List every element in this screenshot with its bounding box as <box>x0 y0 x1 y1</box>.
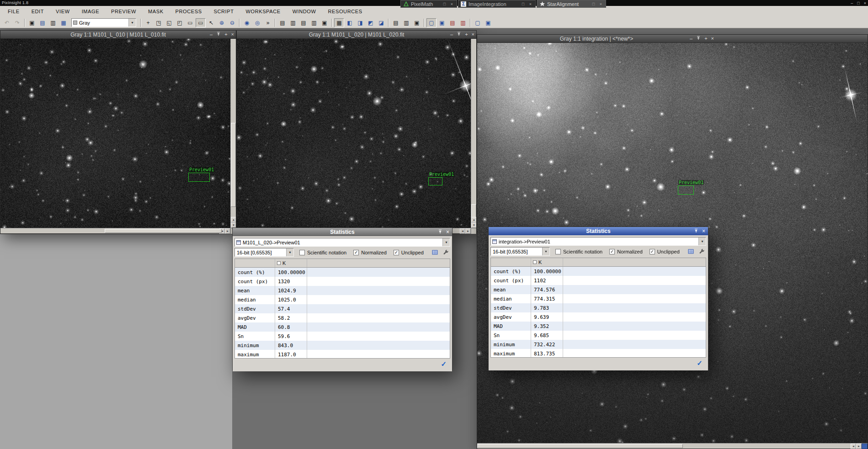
iconize-icon[interactable]: – <box>210 31 213 38</box>
toolbar-move-icon[interactable]: + <box>143 18 153 27</box>
apply-check-icon[interactable]: ✓ <box>441 360 447 368</box>
preview-rectangle[interactable]: Preview01 <box>678 185 694 195</box>
horizontal-scroll-thumb[interactable] <box>105 229 222 233</box>
menu-item[interactable]: SCRIPT <box>208 6 240 17</box>
iconize-icon[interactable]: – <box>450 31 453 38</box>
close-icon[interactable]: × <box>472 31 474 38</box>
menu-item[interactable]: IMAGE <box>76 6 105 17</box>
toolbar-split-right-icon[interactable]: ◨ <box>355 18 365 27</box>
preview-box[interactable] <box>428 177 442 185</box>
toolbar-save-icon[interactable]: ▥ <box>288 18 298 27</box>
menu-item[interactable]: PREVIEW <box>105 6 142 17</box>
table-options-icon[interactable] <box>430 248 439 257</box>
image-window-titlebar[interactable]: Gray 1:1 M101_L_020 | M101 L_020.fit – +… <box>237 31 476 39</box>
toolbar-redo-icon[interactable]: ↷ <box>12 18 22 27</box>
zoom-window-icon[interactable]: + <box>704 35 707 42</box>
close-icon[interactable]: × <box>702 228 705 234</box>
toolbar-readout-icon[interactable]: ▤ <box>447 18 458 27</box>
checkbox-icon[interactable] <box>650 249 655 254</box>
toolbar-split-top-icon[interactable]: ◩ <box>366 18 376 27</box>
view-selector[interactable]: integration->Preview01 ▼ <box>490 237 706 246</box>
checkbox-icon[interactable] <box>394 250 399 255</box>
zoom-window-icon[interactable]: + <box>465 31 468 38</box>
toolbar-undo-icon[interactable]: ↶ <box>2 18 12 27</box>
toolbar-expand-icon[interactable]: ◱ <box>164 18 174 27</box>
horizontal-scrollbar[interactable]: ◄ ► <box>0 228 236 233</box>
horizontal-scrollbar[interactable]: ◄ ► <box>477 443 868 449</box>
vertical-scrollbar[interactable]: ▲ ▼ <box>471 39 476 228</box>
menu-item[interactable]: WINDOW <box>287 6 322 17</box>
toolbar-new-preview-icon[interactable]: ▭ <box>185 18 195 27</box>
toolbar-split-bottom-icon[interactable]: ◪ <box>376 18 386 27</box>
shade-icon[interactable] <box>696 35 701 42</box>
image-view[interactable]: ▲ ▼ Preview01 <box>0 39 236 228</box>
option-checkbox[interactable]: Unclipped <box>394 250 424 255</box>
toolbar-copy-icon[interactable]: ▥ <box>309 18 319 27</box>
dropdown-arrow-icon[interactable]: ▼ <box>128 19 136 26</box>
close-icon[interactable]: × <box>598 2 603 6</box>
toolbar-more-icon[interactable]: » <box>263 18 273 27</box>
close-icon[interactable]: × <box>231 31 234 38</box>
horizontal-scroll-track[interactable] <box>0 228 219 233</box>
menu-item[interactable]: PROCESS <box>170 6 208 17</box>
image-canvas[interactable] <box>0 39 230 228</box>
toolbar-new-window-icon[interactable]: ▣ <box>27 18 37 27</box>
image-window-titlebar[interactable]: Gray 1:1 M101_L_010 | M101 L_010.fit – +… <box>0 31 236 39</box>
checkbox-icon[interactable] <box>353 250 359 255</box>
option-checkbox[interactable]: Normalized <box>609 249 643 254</box>
toolbar-tile-icon[interactable]: ▦ <box>59 18 69 27</box>
table-options-icon[interactable] <box>686 248 695 256</box>
app-close-button[interactable]: × <box>864 1 866 5</box>
preferences-wrench-icon[interactable] <box>441 248 450 257</box>
restore-icon[interactable]: □ <box>442 2 447 6</box>
menu-item[interactable]: EDIT <box>26 6 50 17</box>
toolbar-cascade-icon[interactable]: ▥ <box>48 18 58 27</box>
pin-icon[interactable] <box>438 229 442 235</box>
toolbar-pointer-icon[interactable]: ↖ <box>206 18 216 27</box>
toolbar-mask-icon[interactable]: ▣ <box>412 18 422 27</box>
restore-icon[interactable]: □ <box>591 2 596 6</box>
toolbar-workspace-monitor-icon[interactable]: ▢ <box>473 18 483 27</box>
vertical-scroll-thumb[interactable] <box>471 204 476 218</box>
toolbar-zoom-actual-icon[interactable]: ◎ <box>252 18 262 27</box>
dropdown-arrow-icon[interactable]: ▼ <box>286 248 293 256</box>
toolbar-workspace-monitor2-icon[interactable]: ▣ <box>483 18 493 27</box>
menu-item[interactable]: VIEW <box>50 6 76 17</box>
scroll-left-icon[interactable]: ◄ <box>851 444 856 449</box>
vertical-scrollbar[interactable]: ▲ ▼ <box>230 39 236 228</box>
toolbar-duplicate-window-icon[interactable]: ▤ <box>37 18 48 27</box>
column-checkbox-icon[interactable] <box>533 260 537 264</box>
preview-rectangle[interactable]: Preview01 <box>428 177 442 185</box>
menu-item[interactable]: MASK <box>142 6 170 17</box>
process-tab-pixelmath[interactable]: PixelMath □ × <box>400 0 457 8</box>
toolbar-tracking-icon[interactable]: ▥ <box>458 18 468 27</box>
k-column-header[interactable]: K <box>275 259 307 267</box>
pin-icon[interactable] <box>694 228 698 234</box>
dropdown-arrow-icon[interactable]: ▼ <box>698 238 706 245</box>
apply-check-icon[interactable]: ✓ <box>697 359 703 367</box>
display-mode-select[interactable]: Gray ▼ <box>71 18 136 27</box>
image-canvas[interactable] <box>237 39 471 228</box>
toolbar-fit-view-icon[interactable]: ◳ <box>154 18 164 27</box>
toolbar-stf-icon[interactable]: ▥ <box>401 18 411 27</box>
toolbar-monitor-icon[interactable]: ▢ <box>426 18 437 27</box>
close-icon[interactable]: × <box>446 229 449 235</box>
scroll-right-icon[interactable]: ► <box>225 228 230 234</box>
scroll-left-icon[interactable]: ◄ <box>460 228 465 234</box>
scroll-up-icon[interactable]: ▲ <box>471 217 476 222</box>
dropdown-arrow-icon[interactable]: ▼ <box>442 238 450 246</box>
range-selector[interactable]: 16-bit [0,65535] ▼ <box>490 247 550 256</box>
horizontal-scroll-track[interactable] <box>477 444 851 449</box>
menu-item[interactable]: FILE <box>2 6 26 17</box>
view-selector[interactable]: M101_L_020->Preview01 ▼ <box>234 238 450 247</box>
dropdown-arrow-icon[interactable]: ▼ <box>542 248 549 255</box>
toolbar-save-as-icon[interactable]: ▤ <box>298 18 309 27</box>
scroll-right-icon[interactable]: ► <box>856 444 862 449</box>
toolbar-pan-icon[interactable]: ▭ <box>196 18 206 27</box>
checkbox-icon[interactable] <box>609 249 615 254</box>
toolbar-histogram-icon[interactable]: ▤ <box>391 18 401 27</box>
preview-box[interactable] <box>678 185 694 195</box>
toolbar-zoom-fit-icon[interactable]: ◉ <box>242 18 252 27</box>
range-selector[interactable]: 16-bit [0,65535] ▼ <box>234 248 294 257</box>
toolbar-zoom-out-icon[interactable]: ⊖ <box>227 18 237 27</box>
